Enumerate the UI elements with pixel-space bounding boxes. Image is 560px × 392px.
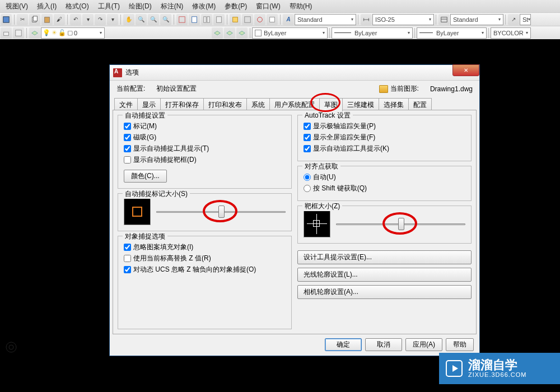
btn-light-glyph[interactable]: 光线轮廓设置(L)... bbox=[297, 268, 472, 282]
group-align: 对齐点获取 自动(U) 按 Shift 键获取(Q) bbox=[297, 166, 472, 201]
chk-fullscreen-vector[interactable]: 显示全屏追踪矢量(F) bbox=[304, 133, 465, 142]
zoom-realtime-icon[interactable]: 🔍 bbox=[136, 14, 147, 25]
svg-rect-3 bbox=[45, 17, 50, 22]
block-icon[interactable] bbox=[230, 14, 241, 25]
menu-view[interactable]: 视图(V) bbox=[1, 1, 32, 12]
props-icon[interactable] bbox=[176, 14, 188, 25]
paste-icon[interactable] bbox=[41, 14, 53, 25]
help-button[interactable]: 帮助 bbox=[446, 338, 474, 351]
dimstyle-combo[interactable]: ISO-25 bbox=[372, 14, 434, 25]
dialog-buttons: 确定 取消 应用(A) 帮助 bbox=[325, 338, 474, 351]
folder-icon bbox=[379, 85, 388, 93]
apply-button[interactable]: 应用(A) bbox=[405, 338, 442, 351]
tab-drafting[interactable]: 草图 bbox=[319, 98, 343, 111]
aperture-slider[interactable] bbox=[336, 211, 465, 237]
chk-ignore-negz[interactable]: 对动态 UCS 忽略 Z 轴负向的对象捕捉(O) bbox=[124, 265, 286, 274]
tablestyle-combo[interactable]: Standard bbox=[450, 14, 503, 25]
lineweight-combo[interactable]: ByLayer bbox=[417, 27, 487, 39]
save-icon[interactable] bbox=[1, 14, 12, 25]
menu-format[interactable]: 格式(O) bbox=[61, 1, 93, 12]
ok-button[interactable]: 确定 bbox=[325, 338, 362, 351]
redo-icon[interactable]: ↷ bbox=[95, 14, 106, 25]
plotstyle-combo[interactable]: BYCOLOR bbox=[491, 27, 531, 39]
menu-draw[interactable]: 绘图(D) bbox=[124, 1, 156, 12]
qcalc-icon[interactable] bbox=[267, 14, 278, 25]
textstyle-icon[interactable]: A bbox=[283, 14, 294, 25]
chk-replace-z[interactable]: 使用当前标高替换 Z 值(R) bbox=[124, 254, 286, 263]
dimstyle-icon[interactable] bbox=[361, 14, 372, 25]
sheet-icon[interactable] bbox=[189, 14, 200, 25]
copy-icon[interactable] bbox=[29, 14, 40, 25]
layer-props-icon[interactable] bbox=[29, 27, 40, 39]
marker-slider[interactable] bbox=[156, 198, 286, 225]
chk-polar-vector[interactable]: 显示极轴追踪矢量(P) bbox=[304, 122, 465, 131]
btn-camera-glyph[interactable]: 相机轮廓设置(A)... bbox=[297, 285, 472, 299]
plot-icon: ▢ bbox=[67, 29, 73, 36]
t2-2-icon[interactable] bbox=[13, 27, 24, 39]
cut-icon[interactable]: ✂ bbox=[17, 14, 28, 25]
menu-bar: 视图(V) 插入(I) 格式(O) 工具(T) 绘图(D) 标注(N) 修改(M… bbox=[0, 0, 560, 12]
watermark-cn: 溜溜自学 bbox=[468, 359, 526, 371]
mleader-icon[interactable]: ↗ bbox=[508, 14, 519, 25]
svg-rect-7 bbox=[207, 16, 209, 22]
tablestyle-icon[interactable] bbox=[438, 14, 450, 25]
layer-iso-icon[interactable] bbox=[212, 27, 223, 39]
t2-1-icon[interactable] bbox=[1, 27, 12, 39]
svg-rect-12 bbox=[270, 17, 275, 22]
chk-autotrack-tip[interactable]: 显示自动追踪工具提示(K) bbox=[304, 144, 465, 153]
profile-row: 当前配置: 初始设置配置 当前图形: Drawing1.dwg bbox=[110, 81, 479, 98]
cancel-button[interactable]: 取消 bbox=[365, 338, 402, 351]
svg-rect-6 bbox=[204, 16, 206, 22]
chk-aperture[interactable]: 显示自动捕捉靶框(D) bbox=[124, 155, 286, 165]
layer-match-icon[interactable] bbox=[236, 27, 248, 39]
chk-tooltip[interactable]: 显示自动捕捉工具提示(T) bbox=[124, 144, 286, 153]
aperture-preview bbox=[304, 211, 330, 237]
svg-point-11 bbox=[258, 17, 263, 22]
svg-rect-19 bbox=[16, 30, 22, 36]
menu-dim[interactable]: 标注(N) bbox=[156, 1, 188, 12]
menu-tools[interactable]: 工具(T) bbox=[94, 1, 124, 12]
menu-param[interactable]: 参数(P) bbox=[220, 1, 251, 12]
group-autotrack: AutoTrack 设置 显示极轴追踪矢量(P) 显示全屏追踪矢量(F) 显示自… bbox=[297, 115, 472, 161]
layer-combo[interactable]: 💡 ☀ 🔓 ▢ 0 bbox=[41, 27, 105, 39]
menu-window[interactable]: 窗口(W) bbox=[251, 1, 284, 12]
menu-insert[interactable]: 插入(I) bbox=[32, 1, 61, 12]
zoom-prev-icon[interactable]: 🔍 bbox=[160, 14, 171, 25]
mleaderstyle-combo[interactable]: St bbox=[520, 14, 531, 25]
dialog-titlebar: 选项 ✕ bbox=[110, 65, 479, 81]
svg-point-20 bbox=[6, 342, 16, 352]
redo-drop-icon[interactable]: ▾ bbox=[107, 14, 118, 25]
chk-magnet[interactable]: 磁吸(G) bbox=[124, 133, 286, 142]
linetype-combo[interactable]: ByLayer bbox=[332, 27, 413, 39]
svg-rect-9 bbox=[233, 17, 238, 22]
close-button[interactable]: ✕ bbox=[452, 64, 479, 76]
zoom-window-icon[interactable]: 🔍 bbox=[148, 14, 159, 25]
match-icon[interactable]: 🖌 bbox=[54, 14, 65, 25]
chk-ignore-hatch[interactable]: 忽略图案填充对象(I) bbox=[124, 242, 286, 252]
sun-icon: ☀ bbox=[52, 29, 57, 36]
palette-icon[interactable] bbox=[201, 14, 212, 25]
rdo-auto[interactable]: 自动(U) bbox=[304, 172, 465, 182]
undo-drop-icon[interactable]: ▾ bbox=[82, 14, 94, 25]
toolpalette-icon[interactable] bbox=[242, 14, 253, 25]
textstyle-combo[interactable]: Standard bbox=[295, 14, 356, 25]
undo-icon[interactable]: ↶ bbox=[70, 14, 81, 25]
layer-uniso-icon[interactable] bbox=[224, 27, 235, 39]
app-icon bbox=[113, 68, 122, 77]
pan-icon[interactable]: ✋ bbox=[123, 14, 134, 25]
markup-icon[interactable] bbox=[254, 14, 265, 25]
btn-design-tooltip[interactable]: 设计工具提示设置(E)... bbox=[297, 250, 472, 264]
toolbar-2: 💡 ☀ 🔓 ▢ 0 ByLayer ByLayer ByLayer BYCOLO… bbox=[0, 26, 560, 39]
menu-modify[interactable]: 修改(M) bbox=[188, 1, 220, 12]
group-autosnap-title: 自动捕捉设置 bbox=[123, 111, 167, 120]
rdo-shift[interactable]: 按 Shift 键获取(Q) bbox=[304, 184, 465, 193]
dialog-title: 选项 bbox=[125, 68, 139, 77]
colors-button[interactable]: 颜色(C)... bbox=[124, 170, 167, 183]
svg-rect-8 bbox=[217, 16, 222, 22]
bulb-icon: 💡 bbox=[43, 29, 50, 36]
color-combo[interactable]: ByLayer bbox=[252, 27, 328, 39]
menu-help[interactable]: 帮助(H) bbox=[285, 1, 317, 12]
calc-icon[interactable] bbox=[213, 14, 225, 25]
svg-rect-18 bbox=[4, 32, 9, 35]
chk-marker[interactable]: 标记(M) bbox=[124, 122, 286, 131]
